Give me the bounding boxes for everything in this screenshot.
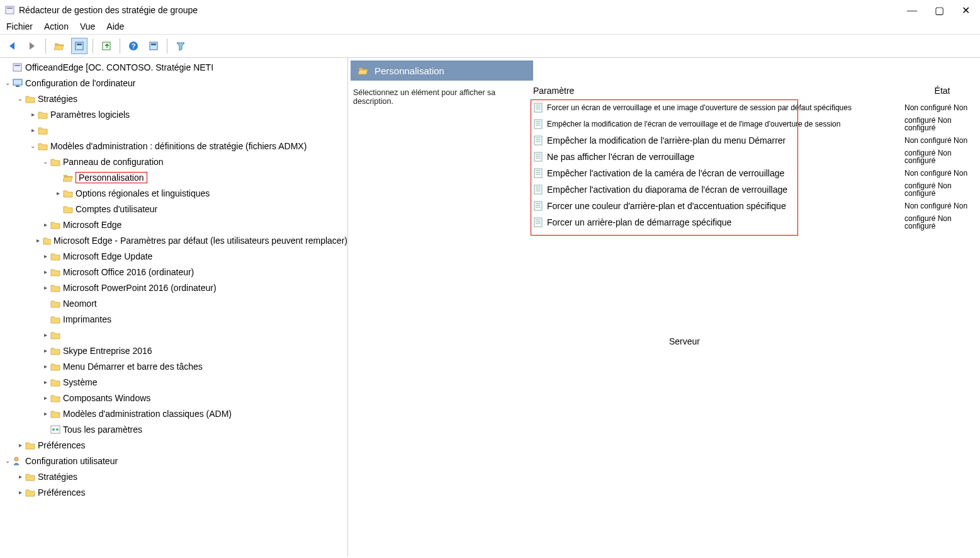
- tree-u-strategies[interactable]: ▸ Stratégies: [0, 469, 347, 484]
- folder-icon: [50, 393, 60, 403]
- menu-action[interactable]: Action: [44, 21, 69, 31]
- expander-icon[interactable]: ▸: [40, 268, 50, 275]
- tree-label: Panneau de configuration: [63, 157, 164, 167]
- folder-icon: [50, 330, 60, 340]
- properties-button[interactable]: [145, 38, 162, 54]
- expander-icon[interactable]: ▸: [40, 379, 50, 385]
- expander-icon[interactable]: ▸: [40, 363, 50, 370]
- expander-icon[interactable]: ▸: [40, 253, 50, 259]
- up-button[interactable]: [51, 38, 67, 54]
- expander-icon[interactable]: ▸: [40, 347, 50, 354]
- tree-neomort[interactable]: ▸ Neomort: [0, 295, 347, 311]
- expander-icon[interactable]: ▸: [15, 473, 25, 480]
- minimize-button[interactable]: —: [907, 4, 917, 16]
- setting-row[interactable]: Empêcher la modification de l'écran de v…: [531, 116, 980, 132]
- tree-system[interactable]: ▸ Système: [0, 374, 347, 390]
- tree-blank2[interactable]: ▸: [0, 327, 347, 343]
- tree-win-components[interactable]: ▸ Composants Windows: [0, 390, 347, 406]
- expander-icon[interactable]: ⌄: [3, 79, 13, 86]
- tree-blank1[interactable]: ▸: [0, 122, 347, 138]
- setting-row[interactable]: Forcer une couleur d'arrière-plan et d'a…: [531, 198, 980, 214]
- setting-row[interactable]: Ne pas afficher l'écran de verrouillagec…: [531, 149, 980, 165]
- tree-printers[interactable]: ▸ Imprimantes: [0, 311, 347, 327]
- expander-icon[interactable]: ▸: [40, 221, 50, 228]
- expander-icon[interactable]: ⌄: [3, 457, 13, 464]
- setting-icon: [533, 152, 543, 162]
- tree-user-accounts[interactable]: ▸ Comptes d'utilisateur: [0, 201, 347, 217]
- back-button[interactable]: [4, 38, 20, 54]
- expander-icon[interactable]: ⌄: [28, 142, 38, 149]
- tree-preferences[interactable]: ▸ Préférences: [0, 437, 347, 453]
- tree-u-preferences[interactable]: ▸ Préférences: [0, 484, 347, 500]
- app-icon: [5, 5, 15, 15]
- setting-row[interactable]: Empêcher l'activation du diaporama de l'…: [531, 181, 980, 198]
- folder-icon: [50, 267, 60, 277]
- tree-edge-update[interactable]: ▸ Microsoft Edge Update: [0, 248, 347, 264]
- expander-icon[interactable]: ▸: [28, 127, 38, 134]
- tree-regional[interactable]: ▸ Options régionales et linguistiques: [0, 185, 347, 201]
- settings-list[interactable]: Paramètre État Forcer un écran de verrou…: [531, 84, 980, 231]
- setting-row[interactable]: Forcer un arrière-plan de démarrage spéc…: [531, 214, 980, 231]
- tree-label: Menu Démarrer et barre des tâches: [63, 362, 203, 372]
- tree-label: Préférences: [38, 440, 85, 450]
- expander-icon[interactable]: ▸: [40, 331, 50, 338]
- folder-icon: [38, 110, 48, 120]
- expander-icon[interactable]: ▸: [40, 394, 50, 401]
- expander-icon[interactable]: ▸: [15, 441, 25, 448]
- forward-button[interactable]: [24, 38, 40, 54]
- setting-param: Empêcher l'activation de la caméra de l'…: [531, 168, 904, 178]
- expander-icon[interactable]: ⌄: [40, 158, 50, 165]
- tree-admin-templates[interactable]: ⌄ Modèles d'administration : définitions…: [0, 138, 347, 154]
- tree-label: Paramètres logiciels: [50, 110, 130, 120]
- filter-button[interactable]: [172, 38, 189, 54]
- expander-icon[interactable]: ▸: [40, 284, 50, 291]
- folder-open-icon: [63, 173, 73, 183]
- tree-personalization[interactable]: ▸ Personnalisation: [0, 169, 347, 185]
- show-hide-tree-button[interactable]: [71, 38, 87, 54]
- tree-office2016[interactable]: ▸ Microsoft Office 2016 (ordinateur): [0, 264, 347, 280]
- export-button[interactable]: [98, 38, 115, 54]
- menu-view[interactable]: Vue: [80, 21, 95, 31]
- tree-start-taskbar[interactable]: ▸ Menu Démarrer et barre des tâches: [0, 358, 347, 374]
- tree-edge[interactable]: ▸ Microsoft Edge: [0, 217, 347, 232]
- allsettings-icon: [50, 424, 60, 435]
- col-header-param[interactable]: Paramètre: [531, 86, 904, 96]
- tree-strategies[interactable]: ⌄ Stratégies: [0, 91, 347, 106]
- setting-state: configuré Non configuré: [904, 149, 980, 164]
- tree-label: Personnalisation: [76, 172, 147, 183]
- tree-control-panel[interactable]: ⌄ Panneau de configuration: [0, 154, 347, 169]
- setting-row[interactable]: Empêcher l'activation de la caméra de l'…: [531, 165, 980, 181]
- expander-icon[interactable]: ▸: [34, 237, 43, 244]
- expander-icon[interactable]: ▸: [28, 111, 38, 118]
- tree-computer-config[interactable]: ⌄ Configuration de l'ordinateur: [0, 75, 347, 91]
- tree-label: Microsoft Edge - Paramètres par défaut (…: [54, 236, 347, 246]
- tree-label: Configuration de l'ordinateur: [25, 78, 135, 88]
- tree-label: Comptes d'utilisateur: [76, 204, 157, 214]
- tree-pane[interactable]: ▸ OfficeandEdge [OC. CONTOSO. Stratégie …: [0, 58, 348, 557]
- tree-root-label: OfficeandEdge [OC. CONTOSO. Stratégie NE…: [25, 62, 213, 72]
- menu-file[interactable]: Fichier: [6, 21, 33, 31]
- tree-root[interactable]: ▸ OfficeandEdge [OC. CONTOSO. Stratégie …: [0, 59, 347, 75]
- tree-software-settings[interactable]: ▸ Paramètres logiciels: [0, 106, 347, 122]
- setting-row[interactable]: Empêcher la modification de l'arrière-pl…: [531, 132, 980, 149]
- tree-ppt2016[interactable]: ▸ Microsoft PowerPoint 2016 (ordinateur): [0, 280, 347, 295]
- setting-state: configuré Non configuré: [904, 215, 980, 230]
- tree-edge-defaults[interactable]: ▸ Microsoft Edge - Paramètres par défaut…: [0, 232, 347, 248]
- expander-icon[interactable]: ▸: [15, 489, 25, 496]
- tree-user-config[interactable]: ⌄ Configuration utilisateur: [0, 453, 347, 469]
- maximize-button[interactable]: ▢: [935, 4, 944, 16]
- tree-skype[interactable]: ▸ Skype Entreprise 2016: [0, 343, 347, 358]
- expander-icon[interactable]: ⌄: [15, 95, 25, 102]
- folder-icon: [63, 188, 73, 198]
- setting-row[interactable]: Forcer un écran de verrouillage et une i…: [531, 100, 980, 116]
- expander-icon[interactable]: ▸: [53, 190, 63, 196]
- folder-icon: [43, 236, 52, 246]
- tree-all-settings[interactable]: ▸ Tous les paramètres: [0, 421, 347, 437]
- tree-label: Imprimantes: [63, 314, 111, 324]
- expander-icon[interactable]: ▸: [40, 410, 50, 417]
- help-button[interactable]: [125, 38, 142, 54]
- close-button[interactable]: ✕: [962, 4, 970, 16]
- col-header-state[interactable]: État: [904, 86, 980, 96]
- menu-help[interactable]: Aide: [106, 21, 124, 31]
- tree-classic-adm[interactable]: ▸ Modèles d'administration classiques (A…: [0, 406, 347, 421]
